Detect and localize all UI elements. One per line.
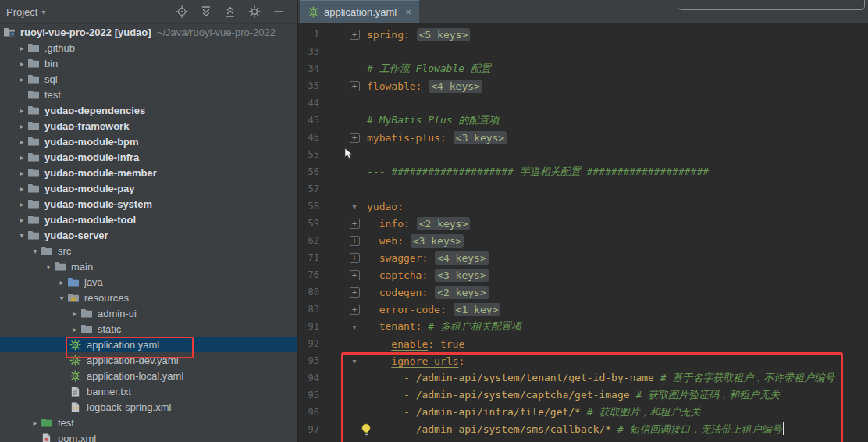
chevron-down-icon[interactable]: ▾: [43, 262, 54, 271]
chevron-right-icon[interactable]: ▸: [16, 122, 27, 130]
code-line[interactable]: captcha: <3 keys>: [367, 269, 489, 281]
chevron-right-icon[interactable]: ▸: [16, 200, 27, 209]
tree-item-application-local-yaml[interactable]: application-local.yaml: [0, 368, 297, 383]
chevron-right-icon[interactable]: ▸: [69, 309, 80, 318]
code-line[interactable]: mybatis-plus: <3 keys>: [367, 132, 507, 144]
chevron-right-icon[interactable]: ▸: [69, 325, 80, 333]
expand-all-icon[interactable]: [200, 5, 212, 18]
code-line[interactable]: - /admin-api/system/sms/callback/* # 短信回…: [367, 422, 784, 437]
chevron-right-icon[interactable]: ▸: [56, 278, 67, 287]
tree-item-sql[interactable]: ▸sql: [0, 71, 297, 87]
tree-item-yudao-server[interactable]: ▾yudao-server: [0, 227, 297, 243]
code-line[interactable]: - /admin-api/system/captcha/get-image # …: [367, 388, 780, 402]
settings-icon[interactable]: [248, 5, 261, 18]
tree-item-yudao-module-bpm[interactable]: ▸yudao-module-bpm: [0, 134, 297, 149]
chevron-right-icon[interactable]: ▸: [16, 44, 27, 52]
code-line[interactable]: info: <2 keys>: [367, 218, 471, 230]
chevron-right-icon[interactable]: ▸: [16, 153, 27, 162]
fold-collapsed-icon[interactable]: +: [348, 236, 361, 246]
folder-icon: [27, 41, 40, 54]
folded-region[interactable]: <5 keys>: [417, 28, 471, 41]
fold-collapsed-icon[interactable]: +: [348, 253, 361, 263]
folded-region[interactable]: <1 key>: [454, 303, 501, 316]
tree-item-yudao-module-infra[interactable]: ▸yudao-module-infra: [0, 149, 297, 165]
code-line[interactable]: ignore-urls:: [367, 355, 464, 367]
tree-item-static[interactable]: ▸static: [0, 321, 297, 337]
chevron-right-icon[interactable]: ▸: [16, 216, 27, 224]
intention-bulb-icon[interactable]: [361, 423, 372, 436]
tree-item-admin-ui[interactable]: ▸admin-ui: [0, 305, 297, 321]
tree-item-banner-txt[interactable]: banner.txt: [0, 383, 297, 399]
fold-expanded-icon[interactable]: ▾: [348, 357, 361, 365]
code-line[interactable]: codegen: <2 keys>: [367, 287, 489, 298]
chevron-right-icon[interactable]: ▸: [16, 59, 27, 68]
chevron-down-icon[interactable]: ▾: [30, 247, 41, 255]
tree-item-application-yaml[interactable]: application.yaml: [0, 337, 297, 352]
folded-region[interactable]: <4 keys>: [429, 80, 482, 93]
locate-file-icon[interactable]: [176, 5, 188, 18]
chevron-right-icon[interactable]: ▸: [16, 75, 27, 84]
fold-collapsed-icon[interactable]: +: [348, 81, 361, 91]
chevron-down-icon[interactable]: ▾: [16, 231, 27, 240]
collapse-all-icon[interactable]: [224, 5, 237, 18]
tree-item-src[interactable]: ▾src: [0, 243, 297, 258]
folded-region[interactable]: <4 keys>: [435, 251, 489, 265]
chevron-right-icon[interactable]: ▸: [16, 106, 27, 115]
chevron-right-icon[interactable]: ▸: [16, 169, 27, 177]
code-line[interactable]: enable: true: [367, 338, 464, 350]
code-line[interactable]: # MyBatis Plus 的配置项: [367, 113, 499, 127]
line-number: 96: [298, 407, 319, 418]
fold-collapsed-icon[interactable]: +: [348, 287, 361, 298]
chevron-down-icon[interactable]: ▾: [56, 294, 67, 302]
tree-item-yudao-module-tool[interactable]: ▸yudao-module-tool: [0, 212, 297, 227]
fold-collapsed-icon[interactable]: +: [348, 305, 361, 315]
tree-item-main[interactable]: ▾main: [0, 258, 297, 274]
tree-item-yudao-dependencies[interactable]: ▸yudao-dependencies: [0, 102, 297, 118]
code-line[interactable]: tenant: # 多租户相关配置项: [367, 319, 521, 333]
tree-item-test[interactable]: test: [0, 87, 297, 102]
code-line[interactable]: web: <3 keys>: [367, 235, 464, 247]
folded-region[interactable]: <3 keys>: [411, 234, 464, 248]
chevron-right-icon[interactable]: ▸: [16, 137, 27, 146]
folded-region[interactable]: <2 keys>: [417, 217, 471, 230]
chevron-right-icon[interactable]: ▸: [16, 184, 27, 193]
tree-item-pom-xml[interactable]: pom.xml: [0, 430, 297, 442]
tree-item-yudao-framework[interactable]: ▸yudao-framework: [0, 118, 297, 134]
code-token: /admin-api/system/captcha/get-image: [416, 389, 636, 401]
fold-collapsed-icon[interactable]: +: [348, 30, 361, 40]
fold-expanded-icon[interactable]: ▾: [348, 202, 361, 211]
tree-item-logback-spring-xml[interactable]: logback-spring.xml: [0, 399, 297, 415]
tree-item-ruoyi-vue-pro-2022[interactable]: ruoyi-vue-pro-2022 [yudao] ~/Java/ruoyi-…: [0, 24, 297, 40]
tree-item-resources[interactable]: ▾resources: [0, 290, 297, 305]
folded-region[interactable]: <2 keys>: [435, 286, 489, 299]
code-line[interactable]: yudao:: [367, 201, 404, 212]
fold-collapsed-icon[interactable]: +: [348, 133, 361, 143]
tree-item-bin[interactable]: ▸bin: [0, 55, 297, 71]
tree-item-application-dev-yaml[interactable]: application-dev.yaml: [0, 352, 297, 368]
tree-item-java[interactable]: ▸java: [0, 274, 297, 290]
tree-item-yudao-module-pay[interactable]: ▸yudao-module-pay: [0, 180, 297, 196]
code-line[interactable]: spring: <5 keys>: [367, 29, 471, 41]
close-tab-icon[interactable]: ×: [405, 6, 411, 18]
tree-item-yudao-module-system[interactable]: ▸yudao-module-system: [0, 196, 297, 212]
code-line[interactable]: - /admin-api/infra/file/get/* # 获取图片，和租户…: [367, 405, 700, 419]
code-line[interactable]: swagger: <4 keys>: [367, 252, 489, 264]
tree-item-yudao-module-member[interactable]: ▸yudao-module-member: [0, 165, 297, 180]
tree-item-test[interactable]: ▸test: [0, 415, 297, 430]
hide-panel-icon[interactable]: [272, 5, 285, 18]
folded-region[interactable]: <3 keys>: [435, 269, 489, 282]
code-line[interactable]: --- #################### 芋道相关配置 ########…: [367, 165, 709, 179]
tab-application-yaml[interactable]: application.yaml ×: [300, 0, 419, 23]
fold-collapsed-icon[interactable]: +: [348, 219, 361, 229]
chevron-right-icon[interactable]: ▸: [30, 419, 41, 427]
fold-collapsed-icon[interactable]: +: [348, 270, 361, 280]
editor[interactable]: 1+spring: <5 keys>3334# 工作流 Flowable 配置3…: [298, 23, 868, 442]
code-line[interactable]: - /admin-api/system/tenant/get-id-by-nam…: [367, 371, 834, 385]
fold-expanded-icon[interactable]: ▾: [348, 323, 361, 331]
code-line[interactable]: # 工作流 Flowable 配置: [367, 62, 491, 76]
project-dropdown[interactable]: Project ▾: [6, 6, 46, 18]
code-line[interactable]: flowable: <4 keys>: [367, 80, 483, 92]
code-line[interactable]: error-code: <1 key>: [367, 304, 501, 315]
folded-region[interactable]: <3 keys>: [454, 131, 507, 144]
tree-item-github[interactable]: ▸.github: [0, 40, 297, 55]
